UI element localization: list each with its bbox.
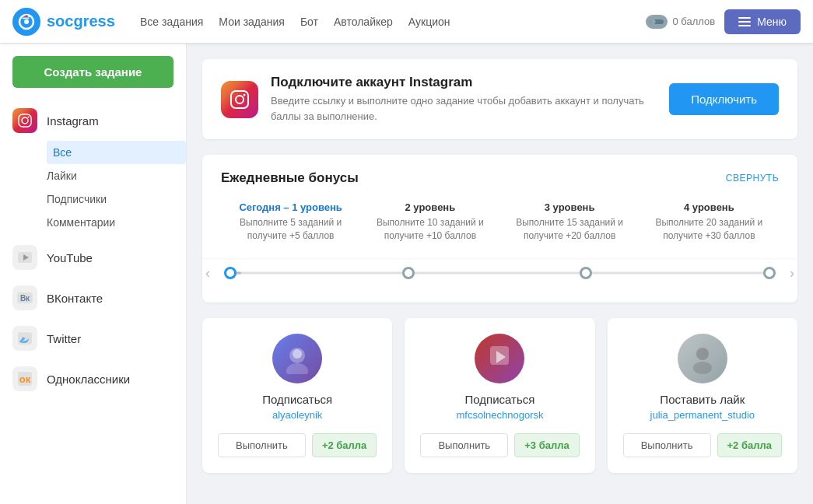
sidebar-item-vk[interactable]: Вк ВКонтакте [0, 278, 186, 318]
bonus-level-2-desc: Выполните 10 заданий и получите +10 балл… [366, 216, 493, 243]
task-action-0: Подписаться [218, 393, 377, 406]
create-task-button[interactable]: Создать задание [12, 56, 173, 88]
logo[interactable]: socgress [12, 8, 121, 36]
nav-my-tasks[interactable]: Мои задания [219, 12, 285, 31]
progress-area: ‹ › [202, 258, 797, 287]
svg-point-6 [650, 19, 656, 24]
instagram-icon [12, 108, 37, 133]
connect-button[interactable]: Подключить [669, 83, 779, 115]
points-icon [646, 15, 668, 29]
nav-bot[interactable]: Бот [300, 12, 318, 31]
task-execute-btn-2[interactable]: Выполнить [623, 433, 711, 457]
bonus-level-3-title: 3 уровень [506, 201, 633, 213]
task-footer-2: Выполнить +2 балла [623, 433, 782, 457]
sidebar-sub-followers[interactable]: Подписчики [47, 187, 186, 211]
twitter-icon [12, 326, 37, 351]
connect-banner-title: Подключите аккаунт Instagram [271, 75, 657, 90]
menu-button[interactable]: Меню [724, 9, 801, 34]
bonus-level-2: 2 уровень Выполните 10 заданий и получит… [360, 201, 499, 243]
bonuses-title: Ежедневные бонусы [221, 170, 359, 186]
progress-dot-2 [402, 267, 415, 279]
sidebar: Создать задание Instagram Все Лайки Подп… [0, 44, 187, 504]
progress-dot-3 [580, 267, 592, 279]
sidebar-sub-likes[interactable]: Лайки [47, 164, 186, 187]
svg-point-26 [693, 362, 712, 374]
bonus-level-4: 4 уровень Выполните 20 заданий и получит… [640, 201, 779, 243]
sidebar-item-ok[interactable]: ок Одноклассники [0, 359, 186, 399]
svg-point-4 [28, 15, 30, 17]
task-card-2: Поставить лайк julia_permanent_studio Вы… [608, 318, 797, 473]
sidebar-section-instagram: Instagram Все Лайки Подписчики Комментар… [0, 100, 186, 234]
task-execute-btn-1[interactable]: Выполнить [420, 433, 508, 457]
connect-banner-desc: Введите ссылку и выполните одно задание … [271, 93, 657, 124]
sidebar-instagram-sub: Все Лайки Подписчики Комментарии [0, 141, 186, 234]
main-nav: Все задания Мои задания Бот Автолайкер А… [140, 12, 627, 31]
task-card-0: Подписаться alyaoleynik Выполнить +2 бал… [202, 318, 392, 473]
sidebar-ok-label: Одноклассники [47, 373, 130, 386]
svg-point-9 [28, 117, 30, 118]
sidebar-vk-label: ВКонтакте [47, 292, 103, 305]
task-avatar-2 [678, 334, 727, 383]
svg-point-1 [24, 19, 29, 24]
progress-dot-1 [224, 267, 237, 279]
connect-banner: Подключите аккаунт Instagram Введите ссы… [202, 59, 797, 139]
task-username-0: alyaoleynik [218, 409, 377, 421]
points-badge: 0 баллов [646, 15, 715, 29]
scroll-left-icon[interactable]: ‹ [205, 264, 210, 281]
bonus-level-2-title: 2 уровень [366, 201, 493, 213]
sidebar-item-youtube[interactable]: YouTube [0, 237, 186, 278]
task-points-1: +3 балла [514, 433, 579, 457]
svg-point-8 [22, 117, 28, 124]
task-username-1: mfcsolnechnogorsk [420, 409, 579, 421]
sidebar-instagram-label: Instagram [47, 114, 99, 128]
svg-point-18 [236, 96, 244, 103]
vk-icon: Вк [12, 285, 37, 310]
nav-auction[interactable]: Аукцион [408, 12, 450, 31]
bonus-level-3-desc: Выполните 15 заданий и получите +20 балл… [506, 216, 633, 243]
task-points-2: +2 балла [717, 433, 782, 457]
bonuses-section: Ежедневные бонусы СВЕРНУТЬ Сегодня – 1 у… [202, 155, 797, 303]
sidebar-sub-all[interactable]: Все [47, 141, 186, 164]
bonus-level-1-title: Сегодня – 1 уровень [227, 201, 354, 213]
bonus-level-1-desc: Выполните 5 заданий и получите +5 баллов [227, 216, 354, 243]
connect-instagram-icon [221, 81, 258, 118]
task-action-1: Подписаться [420, 393, 579, 406]
menu-label: Меню [757, 16, 787, 28]
task-footer-0: Выполнить +2 балла [218, 433, 377, 457]
task-footer-1: Выполнить +3 балла [420, 433, 579, 457]
bonus-level-1: Сегодня – 1 уровень Выполните 5 заданий … [221, 201, 360, 243]
progress-track [230, 265, 769, 281]
svg-point-21 [293, 349, 302, 359]
svg-text:ок: ок [19, 373, 31, 385]
svg-point-25 [696, 348, 709, 360]
task-points-0: +2 балла [312, 433, 377, 457]
sidebar-item-instagram[interactable]: Instagram [0, 100, 186, 141]
sidebar-item-twitter[interactable]: Twitter [0, 318, 186, 359]
task-card-1: Подписаться mfcsolnechnogorsk Выполнить … [405, 318, 594, 473]
collapse-button[interactable]: СВЕРНУТЬ [726, 173, 779, 184]
sidebar-youtube-label: YouTube [47, 251, 93, 264]
bonus-level-4-desc: Выполните 20 заданий и получите +30 балл… [646, 216, 773, 243]
points-value: 0 баллов [672, 16, 715, 27]
task-action-2: Поставить лайк [623, 393, 782, 406]
task-execute-btn-0[interactable]: Выполнить [218, 433, 306, 457]
svg-rect-7 [19, 114, 31, 127]
progress-line-bg [230, 271, 769, 274]
ok-icon: ок [12, 366, 37, 391]
bonuses-grid: Сегодня – 1 уровень Выполните 5 заданий … [221, 201, 779, 243]
connect-banner-text: Подключите аккаунт Instagram Введите ссы… [271, 75, 657, 124]
sidebar-twitter-label: Twitter [47, 332, 81, 345]
bonus-level-4-title: 4 уровень [646, 201, 773, 213]
sidebar-sub-comments[interactable]: Комментарии [47, 211, 186, 234]
nav-all-tasks[interactable]: Все задания [140, 12, 203, 31]
logo-text: socgress [47, 12, 115, 30]
header: socgress Все задания Мои задания Бот Авт… [0, 0, 813, 44]
svg-text:Вк: Вк [20, 294, 30, 303]
bonus-level-3: 3 уровень Выполните 15 заданий и получит… [500, 201, 640, 243]
main-content: Подключите аккаунт Instagram Введите ссы… [187, 44, 813, 504]
bonuses-header: Ежедневные бонусы СВЕРНУТЬ [221, 170, 779, 186]
svg-rect-3 [23, 17, 30, 19]
scroll-right-icon[interactable]: › [790, 264, 794, 281]
task-username-2: julia_permanent_studio [623, 409, 782, 421]
nav-autoliker[interactable]: Автолайкер [334, 12, 393, 31]
